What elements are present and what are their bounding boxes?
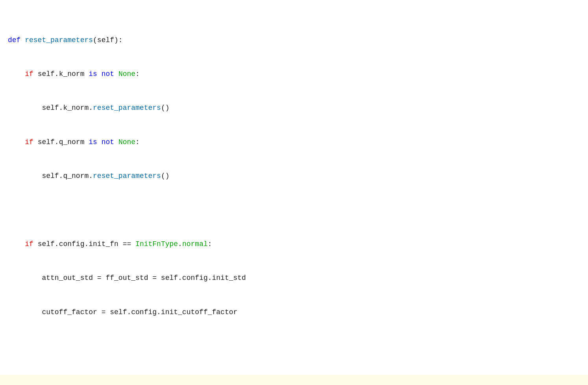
line-2: if self.k_norm is not None: bbox=[8, 68, 580, 80]
keyword-if: if bbox=[25, 70, 33, 78]
fn-reset-parameters: reset_parameters bbox=[25, 36, 93, 44]
code-viewer: def reset_parameters(self): if self.k_no… bbox=[8, 12, 580, 385]
keyword-none: None bbox=[118, 70, 135, 78]
keyword-def: def bbox=[8, 36, 20, 44]
keyword-if-3: if bbox=[25, 240, 33, 248]
line-5: self.q_norm.reset_parameters() bbox=[8, 170, 580, 182]
keyword-is: is not bbox=[89, 70, 114, 78]
line-blank-2 bbox=[8, 341, 580, 352]
line-4: if self.q_norm is not None: bbox=[8, 137, 580, 148]
line-8: attn_out_std = ff_out_std = self.config.… bbox=[8, 272, 580, 284]
attr-normal: normal bbox=[182, 240, 208, 248]
line-blank-1 bbox=[8, 205, 580, 216]
line-3: self.k_norm.reset_parameters() bbox=[8, 102, 580, 114]
keyword-is-2: is not bbox=[89, 138, 114, 146]
line-1: def reset_parameters(self): bbox=[8, 35, 580, 46]
line-9: cutoff_factor = self.config.init_cutoff_… bbox=[8, 307, 580, 318]
highlighted-section: elif self.config.init_fn == InitFnType.m… bbox=[0, 375, 588, 385]
keyword-if-2: if bbox=[25, 138, 33, 146]
class-initfntype: InitFnType bbox=[135, 240, 178, 248]
fn-k-norm-reset: reset_parameters bbox=[93, 104, 161, 112]
fn-q-norm-reset: reset_parameters bbox=[93, 172, 161, 180]
keyword-none-2: None bbox=[118, 138, 135, 146]
line-7: if self.config.init_fn == InitFnType.nor… bbox=[8, 239, 580, 250]
